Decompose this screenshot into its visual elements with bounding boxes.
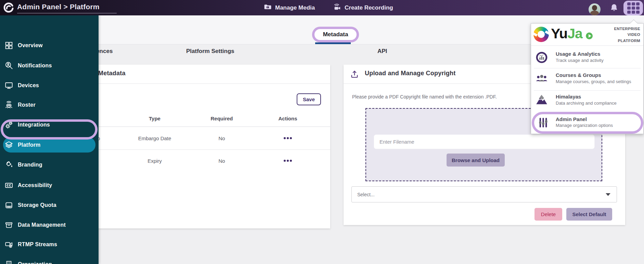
sidebar-item-label: Devices — [18, 82, 39, 89]
tab-metadata[interactable]: Metadata — [312, 27, 359, 42]
create-recording-label: Create Recording — [345, 4, 393, 11]
sidebar-item-label: Integrations — [18, 122, 50, 128]
sidebar-item-storage-quota[interactable]: Storage Quota — [0, 198, 99, 213]
sidebar-item-label: Overview — [18, 42, 43, 49]
delete-button[interactable]: Delete — [534, 208, 562, 221]
tab-platform-settings[interactable]: Platform Settings — [186, 48, 234, 55]
layers-icon — [4, 141, 14, 149]
brand-ja: Ja — [567, 26, 582, 41]
sidebar-item-label: RTMP Streams — [18, 241, 57, 248]
select-default-button[interactable]: Select Default — [566, 208, 612, 221]
sidebar-item-label: Notifications — [18, 63, 52, 69]
metadata-card: Metadata Save Type Required Actions o Em… — [77, 65, 330, 228]
sidebar-item-roster[interactable]: Roster — [0, 97, 99, 113]
admin-panel-screen: Preferences Platform Settings API Metada… — [0, 0, 644, 264]
sidebar-item-organization[interactable]: Organization — [0, 257, 99, 264]
menu-item-subtitle: Manage organization options — [556, 123, 613, 128]
sidebar-item-data-management[interactable]: Data Management — [0, 217, 99, 233]
brand-yu: Yu — [551, 26, 567, 41]
column-header-required: Required — [210, 116, 233, 121]
sidebar-item-platform[interactable]: Platform — [3, 137, 95, 153]
column-header-actions: Actions — [278, 116, 297, 121]
app-launcher-panel: YuJa ENTERPRISE VIDEO PLATFORM Usage & A… — [531, 23, 644, 134]
tab-api[interactable]: API — [377, 48, 387, 55]
cell-type: Expiry — [147, 158, 162, 164]
column-header-type: Type — [149, 116, 160, 121]
notifications-bell-icon[interactable] — [609, 3, 619, 14]
chevron-down-icon — [606, 193, 610, 196]
menu-item-title: Himalayas — [556, 94, 581, 100]
sidebar-item-label: Roster — [18, 102, 36, 108]
menu-item-subtitle: Track usage and activity — [556, 58, 604, 63]
create-recording-button[interactable]: Create Recording — [333, 0, 393, 15]
upload-icon — [349, 69, 360, 81]
yuja-rainbow-logo-icon — [533, 27, 549, 42]
user-avatar[interactable] — [589, 3, 601, 15]
analytics-donut-icon — [535, 51, 548, 65]
browse-upload-button[interactable]: Browse and Upload — [447, 154, 505, 167]
menu-item-himalayas[interactable]: Himalayas Data archiving and compliance — [531, 90, 643, 112]
play-button-icon — [586, 32, 593, 39]
copyright-instruction: Please provide a PDF Copyright file name… — [352, 94, 497, 100]
sidebar-item-overview[interactable]: Overview — [0, 38, 99, 53]
menu-item-admin-panel[interactable]: Admin Panel Manage organization options — [531, 112, 643, 134]
menu-item-subtitle: Data archiving and compliance — [556, 101, 617, 106]
sidebar-item-label: Data Management — [18, 222, 66, 228]
sidebar-item-label: Organization — [18, 261, 52, 264]
sidebar-item-branding[interactable]: Branding — [0, 157, 99, 172]
menu-item-subtitle: Manage courses, groups, and settings — [556, 79, 631, 84]
menu-item-courses-groups[interactable]: Courses & Groups Manage courses, groups,… — [531, 68, 643, 90]
storage-drive-icon — [4, 201, 14, 210]
filename-input[interactable] — [374, 134, 595, 149]
paint-bucket-icon — [4, 160, 14, 169]
sidebar-item-label: Platform — [18, 142, 41, 148]
grid-icon — [4, 41, 14, 50]
page-title: Admin Panel > Platform — [17, 3, 100, 11]
sidebar: Overview Notifications Devices — [0, 15, 99, 264]
copyright-file-select[interactable]: Select... — [351, 186, 617, 202]
yuja-swirl-logo-icon[interactable] — [3, 2, 14, 15]
menu-item-title: Usage & Analytics — [556, 51, 600, 57]
menu-item-usage-analytics[interactable]: Usage & Analytics Track usage and activi… — [531, 48, 643, 68]
row-actions-menu-icon[interactable] — [284, 160, 292, 162]
sidebar-item-label: Accessibility — [18, 182, 52, 188]
select-value: Select... — [357, 192, 375, 197]
cell-required: No — [218, 135, 225, 141]
people-group-icon — [535, 72, 548, 87]
sidebar-item-devices[interactable]: Devices — [0, 78, 99, 93]
sidebar-item-integrations[interactable]: Integrations — [0, 117, 99, 132]
recording-camera-icon — [333, 3, 342, 13]
closed-captions-icon — [4, 181, 14, 190]
sidebar-item-notifications[interactable]: Notifications — [0, 58, 99, 73]
media-folder-icon — [263, 3, 272, 13]
brand-row: YuJa ENTERPRISE VIDEO PLATFORM — [531, 24, 643, 46]
app-launcher-grid-icon[interactable] — [623, 1, 643, 15]
table-header-divider — [77, 127, 330, 127]
title-underline — [17, 13, 117, 13]
row-actions-menu-icon[interactable] — [284, 137, 292, 139]
people-broadcast-icon — [4, 101, 14, 109]
video-stream-icon — [4, 240, 14, 249]
sidebar-item-accessibility[interactable]: Accessibility — [0, 178, 99, 193]
save-button[interactable]: Save — [297, 93, 321, 105]
copyright-card-title: Upload and Manage Copyright — [365, 70, 455, 77]
menu-item-title: Admin Panel — [556, 116, 587, 122]
sidebar-item-rtmp-streams[interactable]: RTMP Streams — [0, 237, 99, 252]
archive-box-icon — [4, 221, 14, 229]
card-divider — [77, 83, 330, 84]
top-bar: Admin Panel > Platform Manage Media Crea… — [0, 0, 644, 15]
metadata-card-title: Metadata — [98, 70, 126, 77]
brand-name: YuJa — [551, 26, 582, 42]
manage-media-label: Manage Media — [275, 4, 315, 11]
cell-required: No — [218, 158, 225, 164]
sliders-icon — [537, 116, 550, 131]
cell-type: Embargo Date — [138, 135, 171, 141]
monitor-icon — [4, 81, 14, 90]
menu-item-title: Courses & Groups — [556, 72, 601, 78]
building-icon — [4, 260, 14, 264]
active-tab-underline — [315, 42, 351, 44]
sidebar-item-label: Branding — [18, 162, 42, 168]
sidebar-item-label: Storage Quota — [18, 202, 56, 208]
manage-media-button[interactable]: Manage Media — [263, 0, 315, 15]
gears-icon — [4, 120, 14, 129]
